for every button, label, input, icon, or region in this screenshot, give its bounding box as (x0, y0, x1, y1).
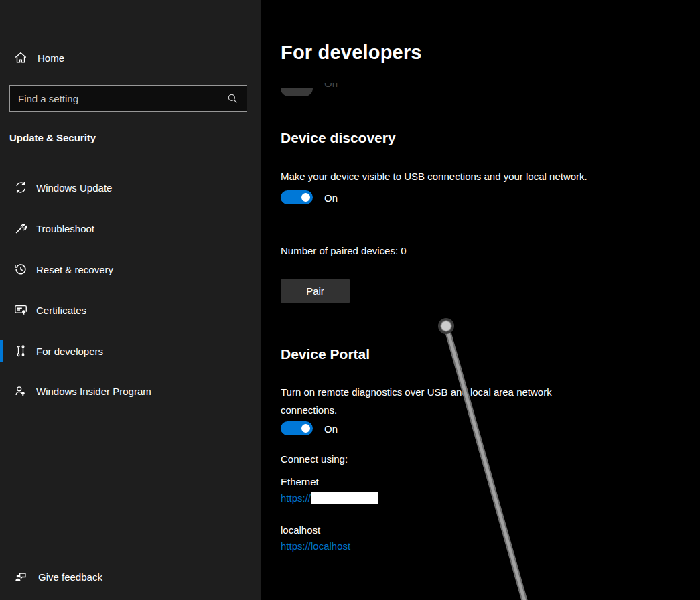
for-developers-icon (13, 344, 28, 358)
pair-button[interactable]: Pair (281, 279, 350, 303)
sidebar-item-reset-recovery[interactable]: Reset & recovery (0, 257, 261, 281)
device-discovery-description: Make your device visible to USB connecti… (281, 171, 587, 182)
device-portal-toggle[interactable] (281, 421, 313, 435)
sidebar-item-windows-update[interactable]: Windows Update (0, 175, 261, 200)
toggle-knob (301, 193, 310, 202)
give-feedback-label: Give feedback (38, 571, 102, 583)
connection-name-localhost: localhost (281, 524, 320, 536)
connect-using-label: Connect using: (281, 453, 348, 465)
sidebar-section-title: Update & Security (9, 132, 96, 143)
connection-name-ethernet: Ethernet (281, 476, 319, 487)
sidebar: Home Update & Security Windows Update (0, 0, 261, 600)
search-input[interactable] (10, 92, 226, 105)
settings-window: Home Update & Security Windows Update (0, 0, 700, 600)
nav-item-label: Certificates (36, 305, 86, 316)
sidebar-item-home[interactable]: Home (0, 46, 261, 70)
nav-item-label: For developers (36, 346, 103, 357)
sidebar-item-for-developers[interactable]: For developers (0, 339, 261, 363)
search-icon[interactable] (226, 92, 238, 104)
main-content: For developers On Device discovery Make … (261, 0, 700, 600)
device-portal-heading: Device Portal (281, 346, 370, 362)
nav-item-label: Windows Update (36, 182, 112, 194)
partial-toggle[interactable] (281, 88, 313, 96)
sidebar-item-certificates[interactable]: Certificates (0, 298, 261, 322)
device-discovery-toggle[interactable] (281, 190, 313, 204)
troubleshoot-icon (13, 221, 28, 236)
reset-recovery-icon (13, 262, 28, 277)
device-portal-toggle-label: On (324, 423, 338, 435)
give-feedback-icon (13, 569, 28, 584)
windows-insider-icon (13, 384, 28, 398)
page-title: For developers (281, 42, 422, 64)
paired-devices-text: Number of paired devices: 0 (281, 245, 407, 256)
home-icon (13, 50, 28, 65)
windows-update-icon (13, 180, 28, 195)
ethernet-link[interactable]: https:// (281, 492, 311, 504)
partial-toggle-label: On (324, 83, 338, 94)
localhost-link-line: https://localhost (281, 540, 350, 552)
ethernet-link-line: https:// (281, 492, 378, 504)
device-portal-description-line1: Turn on remote diagnostics over USB and … (281, 386, 552, 398)
sidebar-item-give-feedback[interactable]: Give feedback (0, 565, 261, 589)
toggle-knob (301, 424, 310, 433)
device-portal-description-line2: connections. (281, 404, 337, 416)
certificates-icon (13, 303, 28, 317)
nav-item-label: Reset & recovery (36, 264, 113, 275)
sidebar-item-windows-insider[interactable]: Windows Insider Program (0, 379, 261, 403)
home-label: Home (38, 52, 64, 64)
device-discovery-toggle-label: On (324, 192, 338, 204)
device-discovery-heading: Device discovery (281, 130, 396, 146)
sidebar-item-troubleshoot[interactable]: Troubleshoot (0, 216, 261, 240)
search-box[interactable] (9, 85, 247, 112)
redacted-address (311, 492, 378, 504)
localhost-link[interactable]: https://localhost (281, 540, 350, 552)
nav-item-label: Windows Insider Program (36, 386, 151, 397)
nav-item-label: Troubleshoot (36, 223, 94, 234)
